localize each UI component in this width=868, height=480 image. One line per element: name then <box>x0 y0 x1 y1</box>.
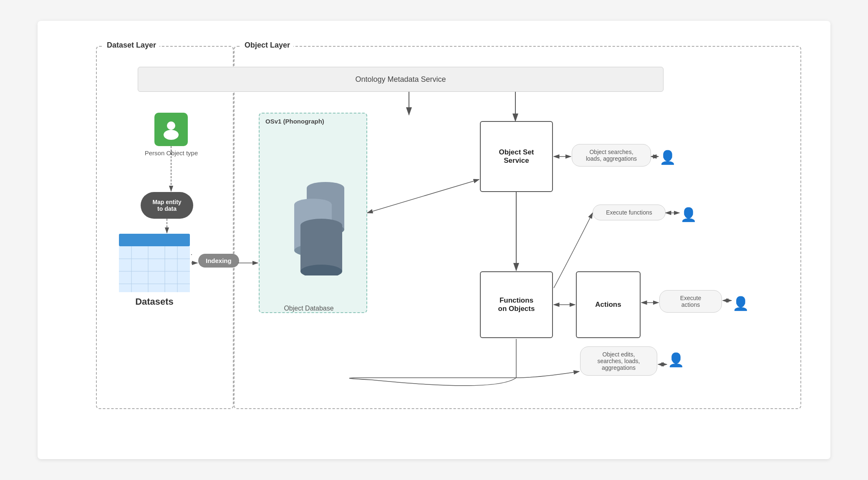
object-db-group <box>275 159 359 277</box>
user-icon-4: 👤 <box>668 352 684 368</box>
oms-label: Ontology Metadata Service <box>355 75 446 84</box>
svg-point-1 <box>164 130 179 140</box>
execute-functions-pill: Execute functions <box>593 205 666 220</box>
svg-point-0 <box>167 121 175 130</box>
datasets-label: Datasets <box>119 296 190 307</box>
datasets-visual <box>119 234 190 292</box>
svg-rect-3 <box>119 246 190 292</box>
svg-rect-18 <box>300 225 342 271</box>
dataset-icon <box>119 234 190 292</box>
database-icon <box>275 159 359 275</box>
person-object-label: Person Object type <box>137 149 206 157</box>
user-icon-2: 👤 <box>680 207 697 222</box>
oss-label: Object SetService <box>499 148 534 165</box>
obj-searches-pill: Object searches,loads, aggregations <box>572 144 651 167</box>
dataset-layer: Dataset Layer <box>96 46 234 409</box>
person-icon <box>161 119 182 140</box>
foo-label: Functionson Objects <box>498 296 535 313</box>
obj-edits-label: Object edits,searches, loads,aggregation… <box>598 351 640 371</box>
osv1-label: OSv1 (Phonograph) <box>265 118 324 125</box>
map-entity-pill: Map entityto data <box>141 192 193 219</box>
object-db-label: Object Database <box>267 305 351 312</box>
obj-searches-label: Object searches,loads, aggregations <box>586 149 637 162</box>
actions-label: Actions <box>595 301 621 309</box>
execute-actions-pill: Executeactions <box>659 290 722 313</box>
object-layer-label: Object Layer <box>241 41 293 50</box>
oms-box: Ontology Metadata Service <box>138 67 664 92</box>
svg-rect-2 <box>119 234 190 246</box>
execute-actions-label: Executeactions <box>680 295 701 308</box>
obj-edits-pill: Object edits,searches, loads,aggregation… <box>580 346 657 376</box>
oss-box: Object SetService <box>480 121 553 192</box>
indexing-label: Indexing <box>206 257 232 264</box>
person-icon-box <box>154 113 188 146</box>
user-icon-1: 👤 <box>659 149 676 165</box>
execute-functions-label: Execute functions <box>606 209 652 216</box>
map-entity-label: Map entityto data <box>152 199 181 212</box>
dataset-layer-label: Dataset Layer <box>103 41 159 50</box>
diagram: Dataset Layer Object Layer Ontology Meta… <box>38 21 830 459</box>
indexing-pill: Indexing <box>198 254 239 268</box>
user-icon-3: 👤 <box>732 296 749 311</box>
foo-box: Functionson Objects <box>480 271 553 338</box>
actions-box: Actions <box>576 271 641 338</box>
